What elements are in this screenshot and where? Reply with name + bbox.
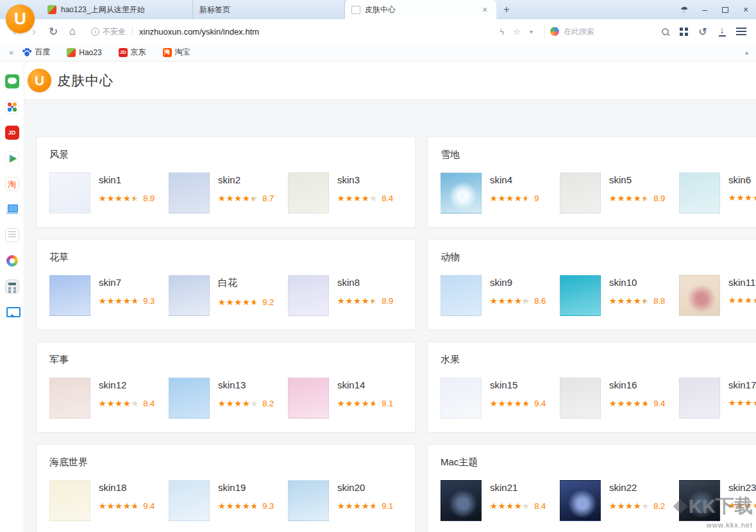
skin-item[interactable]: skin9★★★★★★★★★★8.6 — [441, 275, 555, 316]
skin-thumbnail[interactable] — [560, 275, 601, 316]
skin-item[interactable]: skin7★★★★★★★★★★9.3 — [49, 275, 164, 316]
titlebar: hao123_上网从这里开始 新标签页 皮肤中心 × + ☂ – × — [0, 0, 756, 19]
skin-item[interactable]: skin2★★★★★★★★★★8.7 — [169, 172, 283, 213]
bookmark-item[interactable]: Hao23 — [67, 48, 101, 57]
skin-thumbnail[interactable] — [560, 480, 601, 521]
skin-item[interactable]: skin20★★★★★★★★★★9.1 — [288, 480, 403, 521]
quick-access-icon[interactable]: ϟ — [500, 27, 504, 37]
skin-item[interactable]: skin18★★★★★★★★★★9.4 — [49, 480, 164, 521]
tab-new-page[interactable]: 新标签页 — [193, 0, 345, 19]
skin-item[interactable]: skin23★★★★★★★★★★ — [679, 480, 756, 521]
skin-info: skin22★★★★★★★★★★8.2 — [609, 480, 665, 521]
skin-thumbnail[interactable] — [288, 378, 329, 419]
bookmark-item[interactable]: 淘淘宝 — [163, 47, 190, 58]
skin-item[interactable]: 白花★★★★★★★★★★9.2 — [169, 275, 283, 316]
close-button[interactable]: × — [735, 0, 756, 19]
skin-score: 9.4 — [653, 399, 665, 408]
skin-item[interactable]: skin12★★★★★★★★★★8.4 — [49, 378, 164, 419]
skin-item[interactable]: skin1★★★★★★★★★★8.9 — [49, 172, 164, 213]
wechat-icon[interactable] — [5, 74, 19, 88]
refresh-button[interactable]: ↻ — [44, 25, 63, 38]
theme-umbrella-icon[interactable]: ☂ — [674, 0, 694, 19]
skin-thumbnail[interactable] — [169, 480, 210, 521]
paint-icon[interactable] — [5, 254, 19, 268]
bookmark-item[interactable]: JD京东 — [119, 47, 146, 58]
home-button[interactable]: ⌂ — [63, 25, 82, 38]
skin-item[interactable]: skin19★★★★★★★★★★9.3 — [169, 480, 283, 521]
skin-thumbnail[interactable] — [441, 275, 482, 316]
search-engine-icon[interactable] — [550, 27, 559, 36]
skin-thumbnail[interactable] — [49, 480, 90, 521]
skin-item[interactable]: skin17★★★★★★★★★★ — [679, 378, 756, 419]
skin-thumbnail[interactable] — [560, 172, 601, 213]
star-rating-icon: ★★★★★★★★★★ — [490, 399, 530, 408]
bookmarks-up-icon[interactable]: ▴ — [745, 49, 748, 56]
skin-thumbnail[interactable] — [288, 172, 329, 213]
download-icon[interactable]: ↓ — [712, 26, 732, 37]
skin-item[interactable]: skin13★★★★★★★★★★8.2 — [169, 378, 283, 419]
tab-skin-center[interactable]: 皮肤中心 × — [345, 0, 497, 19]
favorite-star-icon[interactable]: ☆ — [513, 27, 521, 37]
skin-thumbnail[interactable] — [679, 275, 720, 316]
skin-thumbnail[interactable] — [679, 172, 720, 213]
apps-grid-icon[interactable] — [674, 28, 693, 36]
address-bar[interactable]: i 不安全 xinzhuoxun.com/yskin/index.htm ϟ ☆… — [87, 23, 539, 40]
skin-score: 8.7 — [262, 194, 274, 203]
minimize-button[interactable]: – — [694, 0, 715, 19]
security-info-icon[interactable]: i — [91, 28, 99, 36]
laptop-icon[interactable] — [5, 203, 19, 217]
skin-thumbnail[interactable] — [169, 275, 210, 316]
maximize-button[interactable] — [715, 0, 735, 19]
bookmark-item[interactable]: 百度 — [22, 47, 50, 58]
skin-info: skin17★★★★★★★★★★ — [728, 378, 756, 419]
skin-thumbnail[interactable] — [49, 275, 90, 316]
skin-item[interactable]: skin16★★★★★★★★★★9.4 — [560, 378, 675, 419]
new-tab-button[interactable]: + — [497, 0, 516, 19]
sidebar-collapse-icon[interactable]: « — [9, 47, 13, 57]
skin-thumbnail[interactable] — [169, 378, 210, 419]
menu-icon[interactable] — [732, 31, 751, 32]
skin-rating: ★★★★★★★★★★9.1 — [337, 501, 393, 511]
tab-close-icon[interactable]: × — [480, 4, 490, 15]
url-dropdown-icon[interactable]: ▾ — [530, 28, 533, 35]
skin-thumbnail[interactable] — [49, 378, 90, 419]
search-input[interactable] — [564, 27, 657, 36]
skin-thumbnail[interactable] — [441, 378, 482, 419]
skin-thumbnail[interactable] — [560, 378, 601, 419]
skin-thumbnail[interactable] — [288, 480, 329, 521]
tab-hao123[interactable]: hao123_上网从这里开始 — [41, 0, 193, 19]
apps-icon[interactable] — [5, 100, 19, 114]
skin-thumbnail[interactable] — [679, 480, 720, 521]
skin-score: 9.4 — [534, 399, 546, 408]
skin-item[interactable]: skin6★★★★★★★★★★ — [679, 172, 756, 213]
skin-rating: ★★★★★★★★★★ — [728, 296, 756, 304]
skin-thumbnail[interactable] — [441, 172, 482, 213]
monitor-icon[interactable] — [5, 305, 19, 319]
skin-thumbnail[interactable] — [679, 378, 720, 419]
skin-item[interactable]: skin4★★★★★★★★★★9 — [441, 172, 555, 213]
calc-icon[interactable] — [5, 279, 19, 294]
search-box[interactable] — [544, 24, 674, 38]
notes-icon[interactable] — [5, 228, 19, 242]
jd-icon[interactable]: JD — [5, 126, 19, 140]
taobao-icon[interactable]: 淘 — [5, 177, 19, 191]
skin-thumbnail[interactable] — [441, 480, 482, 521]
video-icon[interactable] — [5, 151, 19, 165]
skin-thumbnail[interactable] — [49, 172, 90, 213]
skin-item[interactable]: skin10★★★★★★★★★★8.8 — [560, 275, 675, 316]
stars-filled: ★★★★★ — [99, 502, 137, 510]
skin-item[interactable]: skin15★★★★★★★★★★9.4 — [441, 378, 555, 419]
skin-thumbnail[interactable] — [169, 172, 210, 213]
skin-item[interactable]: skin3★★★★★★★★★★8.4 — [288, 172, 403, 213]
undo-icon[interactable]: ↺ — [693, 26, 712, 38]
skin-item[interactable]: skin8★★★★★★★★★★8.9 — [288, 275, 403, 316]
uc-browser-logo[interactable]: U — [6, 4, 35, 33]
skin-item[interactable]: skin21★★★★★★★★★★8.4 — [441, 480, 555, 521]
skin-item[interactable]: skin5★★★★★★★★★★8.9 — [560, 172, 675, 213]
skin-row: skin9★★★★★★★★★★8.6skin10★★★★★★★★★★8.8ski… — [441, 275, 756, 316]
search-icon[interactable] — [662, 28, 669, 35]
skin-item[interactable]: skin11★★★★★★★★★★ — [679, 275, 756, 316]
skin-item[interactable]: skin22★★★★★★★★★★8.2 — [560, 480, 675, 521]
skin-item[interactable]: skin14★★★★★★★★★★9.1 — [288, 378, 403, 419]
skin-thumbnail[interactable] — [288, 275, 329, 316]
